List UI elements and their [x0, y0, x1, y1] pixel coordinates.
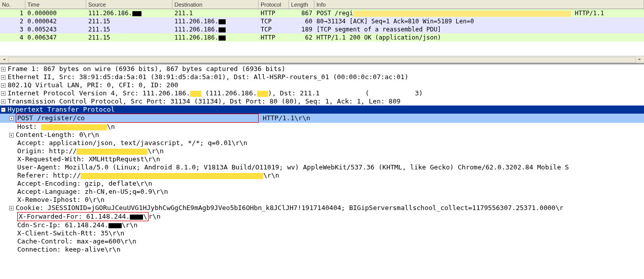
packet-list-header: No. Time Source Destination Protocol Len… [0, 0, 644, 9]
cell-destination: 211.1 [172, 9, 259, 17]
tree-http-connection[interactable]: Connection: keep-alive\r\n [0, 246, 644, 254]
col-header-no[interactable]: No. [0, 0, 25, 9]
packet-list-hscrollbar[interactable]: ◄ ► [0, 56, 644, 63]
cell-info: HTTP/1.1 200 OK (application/json) [314, 33, 644, 42]
tree-http-cache-control[interactable]: Cache-Control: max-age=600\r\n [0, 237, 644, 246]
col-header-length[interactable]: Length [289, 0, 314, 9]
tree-http-cookie[interactable]: + Cookie: JSESSIONID=jGORuJCeuUVG1HJybhC… [0, 204, 644, 212]
cell-info: [TCP segment of a reassembled PDU] [314, 25, 644, 33]
cell-destination: 111.206.186. [172, 17, 259, 25]
col-header-protocol[interactable]: Protocol [259, 0, 289, 9]
tree-ethernet[interactable]: + Ethernet II, Src: 38:91:d5:da:5a:01 (3… [0, 73, 644, 81]
cell-no: 4 [0, 33, 25, 42]
tree-http-user-agent[interactable]: User-Agent: Mozilla/5.0 (Linux; Android … [0, 163, 644, 171]
tree-http-referer[interactable]: Referer: http://\r\n [0, 171, 644, 180]
cell-length: 62 [289, 33, 314, 42]
cell-no: 1 [0, 9, 25, 17]
cell-time: 0.006347 [25, 33, 86, 42]
cell-protocol: TCP [259, 25, 289, 33]
tree-http-x-requested-with[interactable]: X-Requested-With: XMLHttpRequest\r\n [0, 155, 644, 163]
cell-time: 0.000042 [25, 17, 86, 25]
cell-no: 2 [0, 17, 25, 25]
packet-row[interactable]: 2 0.000042 211.15 111.206.186. TCP 60 80… [0, 17, 644, 25]
expand-icon[interactable]: + [1, 75, 6, 80]
packet-details-pane: + Frame 1: 867 bytes on wire (6936 bits)… [0, 63, 644, 254]
cell-time: 0.000000 [25, 9, 86, 17]
tree-http-host[interactable]: Host: \n [0, 123, 644, 131]
tree-http-content-length[interactable]: + Content-Length: 0\r\n [0, 131, 644, 139]
col-header-time[interactable]: Time [25, 0, 86, 9]
tree-http-accept[interactable]: Accept: application/json, text/javascrip… [0, 139, 644, 147]
tree-http-origin[interactable]: Origin: http://\r\n [0, 147, 644, 155]
cell-source: 211.15 [86, 25, 172, 33]
cell-length: 60 [289, 17, 314, 25]
cell-time: 0.005243 [25, 25, 86, 33]
tree-http-x-remove-iphost[interactable]: X-Remove-Iphost: 0\r\n [0, 196, 644, 204]
packet-row[interactable]: 4 0.006347 211.15 111.206.186. HTTP 62 H… [0, 33, 644, 42]
packet-list-pane: No. Time Source Destination Protocol Len… [0, 0, 644, 63]
tree-frame[interactable]: + Frame 1: 867 bytes on wire (6936 bits)… [0, 65, 644, 73]
expand-icon[interactable]: + [1, 67, 6, 72]
expand-icon[interactable]: + [1, 83, 6, 88]
col-header-destination[interactable]: Destination [172, 0, 259, 9]
col-header-source[interactable]: Source [86, 0, 172, 9]
packet-row[interactable]: 3 0.005243 211.15 111.206.186. TCP 189 [… [0, 25, 644, 33]
cell-no: 3 [0, 25, 25, 33]
tree-http-cdn-src-ip[interactable]: Cdn-Src-Ip: 61.148.244.\r\n [0, 221, 644, 229]
tree-tcp[interactable]: + Transmission Control Protocol, Src Por… [0, 97, 644, 106]
expand-icon[interactable]: + [1, 91, 6, 96]
packet-row[interactable]: 1 0.000000 111.206.186. 211.1 HTTP 867 P… [0, 9, 644, 17]
tree-http-x-forwarded-for[interactable]: X-Forwarded-For: 61.148.244.\r\n [0, 212, 644, 221]
scroll-left-icon[interactable]: ◄ [0, 57, 8, 63]
expand-icon[interactable]: + [9, 206, 14, 211]
tree-ip[interactable]: + Internet Protocol Version 4, Src: 111.… [0, 89, 644, 97]
tree-http-accept-language[interactable]: Accept-Language: zh-CN,en-US;q=0.9\r\n [0, 188, 644, 196]
tree-http[interactable]: − Hypertext Transfer Protocol [0, 106, 644, 114]
cell-source: 111.206.186. [86, 9, 172, 17]
cell-length: 867 [289, 9, 314, 17]
cell-protocol: HTTP [259, 33, 289, 42]
tree-http-accept-encoding[interactable]: Accept-Encoding: gzip, deflate\r\n [0, 180, 644, 188]
expand-icon[interactable]: + [9, 116, 14, 121]
expand-icon[interactable]: + [9, 133, 14, 137]
scroll-right-icon[interactable]: ► [636, 57, 644, 63]
col-header-info[interactable]: Info [314, 0, 644, 9]
cell-protocol: TCP [259, 17, 289, 25]
expand-icon[interactable]: + [1, 99, 6, 104]
cell-destination: 111.206.186. [172, 25, 259, 33]
tree-http-x-client-switch-rtt[interactable]: X-Client-Switch-Rtt: 35\r\n [0, 229, 644, 237]
cell-source: 211.15 [86, 17, 172, 25]
cell-info: 80→31134 [ACK] Seq=1 Ack=810 Win=5189 Le… [314, 17, 644, 25]
collapse-icon[interactable]: − [1, 108, 6, 112]
cell-source: 211.15 [86, 33, 172, 42]
tree-http-request-line[interactable]: + POST /register/co HTTP/1.1\r\n [0, 114, 644, 123]
cell-info: POST /regi HTTP/1.1 [314, 9, 644, 17]
tree-vlan[interactable]: + 802.1Q Virtual LAN, PRI: 0, CFI: 0, ID… [0, 81, 644, 89]
cell-destination: 111.206.186. [172, 33, 259, 42]
scroll-track[interactable] [8, 57, 636, 63]
cell-length: 189 [289, 25, 314, 33]
cell-protocol: HTTP [259, 9, 289, 17]
